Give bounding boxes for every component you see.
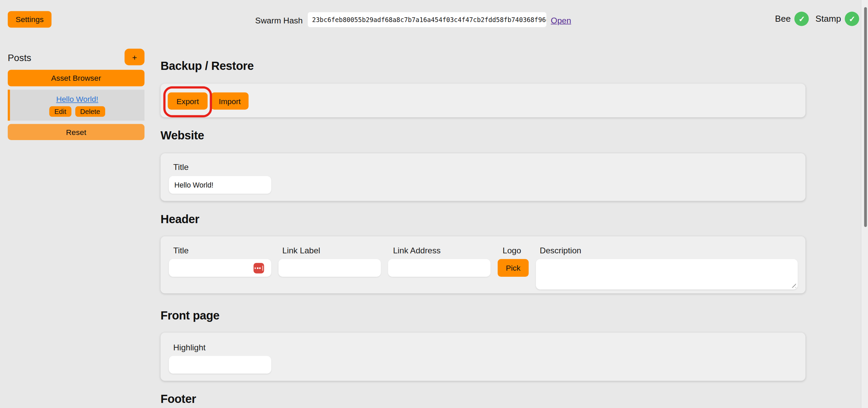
scrollbar-thumb[interactable] bbox=[864, 7, 867, 227]
front-page-heading: Front page bbox=[160, 309, 219, 321]
stamp-check-icon: ✓ bbox=[845, 12, 859, 26]
swarm-hash-label: Swarm Hash bbox=[255, 16, 303, 24]
front-page-card: Highlight bbox=[160, 333, 805, 381]
stamp-status-label: Stamp bbox=[815, 14, 841, 23]
settings-button[interactable]: Settings bbox=[8, 11, 52, 28]
bee-status: Bee ✓ bbox=[775, 12, 809, 26]
logo-pick-button[interactable]: Pick bbox=[498, 259, 528, 277]
scrollbar-track[interactable] bbox=[861, 0, 868, 408]
asset-browser-button[interactable]: Asset Browser bbox=[8, 70, 144, 86]
website-card: Title bbox=[160, 153, 805, 201]
link-address-input[interactable] bbox=[388, 259, 490, 277]
swarm-hash-input[interactable] bbox=[308, 12, 546, 27]
website-heading: Website bbox=[160, 130, 204, 141]
header-title-label: Title bbox=[173, 246, 189, 254]
stamp-status: Stamp ✓ bbox=[815, 12, 859, 26]
link-address-label: Link Address bbox=[393, 246, 441, 254]
add-post-button[interactable]: + bbox=[124, 49, 144, 65]
header-card: Title Link Label Link Address Logo Descr… bbox=[160, 236, 805, 293]
import-button[interactable]: Import bbox=[211, 93, 249, 110]
reset-button[interactable]: Reset bbox=[8, 124, 144, 140]
website-title-input[interactable] bbox=[169, 176, 271, 194]
footer-heading: Footer bbox=[160, 393, 196, 405]
link-label-input[interactable] bbox=[278, 259, 381, 277]
post-title-link[interactable]: Hello World! bbox=[56, 95, 98, 103]
description-textarea[interactable] bbox=[536, 259, 798, 290]
highlight-input[interactable] bbox=[169, 356, 271, 373]
highlight-label: Highlight bbox=[173, 343, 206, 351]
posts-title: Posts bbox=[8, 53, 31, 63]
delete-post-button[interactable]: Delete bbox=[75, 106, 105, 117]
description-label: Description bbox=[540, 246, 581, 254]
website-title-label: Title bbox=[173, 163, 189, 171]
header-heading: Header bbox=[160, 213, 199, 225]
topbar: Settings Swarm Hash Open Bee ✓ Stamp ✓ bbox=[0, 0, 868, 39]
logo-label: Logo bbox=[503, 246, 521, 254]
link-label-label: Link Label bbox=[282, 246, 320, 254]
backup-restore-card: Export Import bbox=[160, 83, 805, 117]
password-manager-icon[interactable] bbox=[253, 263, 264, 273]
sidebar: Posts + Asset Browser Hello World! Edit … bbox=[8, 48, 144, 380]
app-root: Settings Swarm Hash Open Bee ✓ Stamp ✓ P… bbox=[0, 0, 868, 408]
open-link[interactable]: Open bbox=[551, 16, 571, 24]
post-list-item: Hello World! Edit Delete bbox=[8, 90, 144, 120]
bee-status-label: Bee bbox=[775, 14, 791, 23]
bee-check-icon: ✓ bbox=[795, 12, 809, 26]
edit-post-button[interactable]: Edit bbox=[50, 106, 72, 117]
export-button[interactable]: Export bbox=[168, 93, 208, 110]
backup-restore-heading: Backup / Restore bbox=[160, 60, 254, 71]
